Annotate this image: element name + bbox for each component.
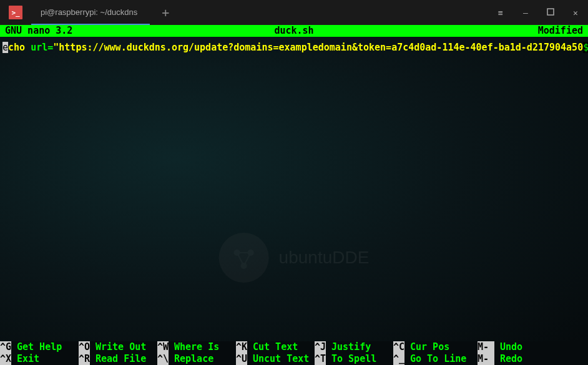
shortcut-item: ^OWrite Out — [79, 341, 157, 353]
shortcut-key: ^K — [236, 341, 247, 353]
shortcut-label: Write Out — [90, 341, 146, 353]
shortcut-label: Undo — [494, 341, 522, 353]
shortcut-item: ^TTo Spell — [315, 353, 393, 365]
shortcut-item: ^GGet Help — [0, 341, 79, 353]
nano-shortcut-bar: ^GGet Help^OWrite Out^WWhere Is^KCut Tex… — [0, 341, 588, 365]
terminal-app-icon: >_ — [0, 0, 31, 25]
shortcut-label: Where Is — [169, 341, 219, 353]
shortcut-key: ^O — [79, 341, 90, 353]
shortcut-item: M-UUndo — [478, 341, 546, 353]
shortcut-key: ^J — [315, 341, 326, 353]
shortcut-item: ^UUncut Text — [236, 353, 315, 365]
window-controls: ≡ — ✕ — [488, 0, 588, 25]
shortcut-label: Redo — [494, 353, 522, 365]
new-tab-button[interactable]: + — [150, 0, 181, 25]
window-titlebar: >_ pi@raspberrypi: ~/duckdns + ≡ — ✕ — [0, 0, 588, 25]
desktop-watermark: ubuntuDDE — [219, 233, 370, 283]
svg-point-2 — [248, 250, 254, 256]
shortcut-key: M-U — [478, 341, 494, 353]
nano-version: GNU nano 3.2 — [5, 25, 72, 37]
shortcut-label: Cur Pos — [404, 341, 449, 353]
shortcut-label: Replace — [169, 353, 213, 365]
shortcut-label: Get Help — [11, 341, 62, 353]
minimize-icon: — — [523, 8, 528, 17]
shortcut-item: M-ERedo — [478, 353, 546, 365]
minimize-button[interactable]: — — [513, 0, 538, 25]
shortcut-key: ^\ — [157, 353, 169, 365]
shortcut-item: ^CCur Pos — [393, 341, 478, 353]
svg-line-5 — [237, 253, 244, 266]
shortcut-label: Justify — [326, 341, 371, 353]
nano-modified-status: Modified — [538, 25, 583, 37]
shortcut-key: ^T — [315, 353, 326, 365]
shortcut-label: Uncut Text — [247, 353, 309, 365]
close-button[interactable]: ✕ — [563, 0, 588, 25]
tab-title: pi@raspberrypi: ~/duckdns — [41, 7, 137, 17]
shortcut-item: ^WWhere Is — [157, 341, 236, 353]
editor-line: echo url="https://www.duckdns.org/update… — [0, 37, 588, 53]
shortcut-row-2: ^XExit^RRead File^\Replace^UUncut Text^T… — [0, 353, 588, 365]
shortcut-item: ^XExit — [0, 353, 79, 365]
shortcut-item: ^KCut Text — [236, 341, 315, 353]
terminal-tab[interactable]: pi@raspberrypi: ~/duckdns — [31, 0, 150, 25]
shortcut-key: ^C — [393, 341, 404, 353]
echo-keyword: cho — [8, 42, 25, 53]
nano-header-bar: GNU nano 3.2 duck.sh Modified — [0, 25, 588, 37]
svg-point-1 — [234, 250, 240, 256]
shortcut-key: ^X — [0, 353, 11, 365]
shortcut-key: ^_ — [393, 353, 404, 365]
terminal-icon: >_ — [9, 6, 22, 19]
shortcut-key: M-E — [478, 353, 494, 365]
shortcut-row-1: ^GGet Help^OWrite Out^WWhere Is^KCut Tex… — [0, 341, 588, 353]
shortcut-key: ^R — [79, 353, 90, 365]
line-continuation-indicator: $ — [583, 42, 588, 53]
maximize-icon — [547, 8, 554, 17]
shortcut-key: ^U — [236, 353, 247, 365]
svg-point-3 — [241, 263, 247, 269]
shortcut-label: Exit — [11, 353, 39, 365]
close-icon: ✕ — [573, 8, 578, 17]
nano-filename: duck.sh — [274, 25, 313, 37]
shortcut-label: To Spell — [326, 353, 376, 365]
shortcut-item: ^JJustify — [315, 341, 393, 353]
url-string: "https://www.duckdns.org/update?domains=… — [53, 42, 583, 53]
svg-rect-0 — [547, 9, 554, 15]
shortcut-key: ^W — [157, 341, 169, 353]
shortcut-label: Read File — [90, 353, 146, 365]
maximize-button[interactable] — [538, 0, 563, 25]
shortcut-key: ^G — [0, 341, 11, 353]
shortcut-item: ^_Go To Line — [393, 353, 478, 365]
editor-area[interactable]: echo url="https://www.duckdns.org/update… — [0, 37, 588, 341]
shortcut-label: Go To Line — [404, 353, 466, 365]
menu-button[interactable]: ≡ — [488, 0, 513, 25]
shortcut-item: ^\Replace — [157, 353, 236, 365]
ubuntu-logo-icon — [219, 233, 269, 283]
plus-icon: + — [162, 5, 169, 20]
cursor: e — [2, 42, 8, 53]
shortcut-item: ^RRead File — [79, 353, 157, 365]
svg-line-6 — [244, 253, 251, 266]
watermark-text: ubuntuDDE — [279, 248, 370, 268]
shortcut-label: Cut Text — [247, 341, 298, 353]
hamburger-icon: ≡ — [498, 8, 503, 17]
url-assignment: url= — [31, 42, 53, 53]
